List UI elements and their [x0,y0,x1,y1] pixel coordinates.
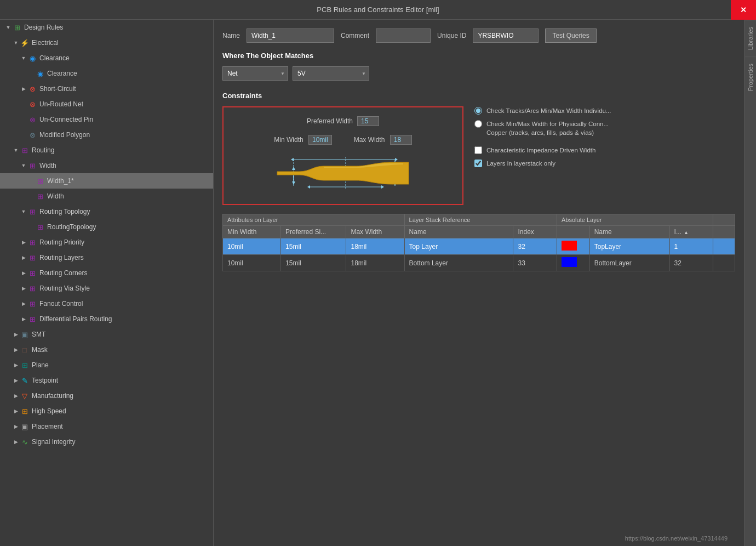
col-min-width[interactable]: Min Width [223,226,281,238]
tree-arrow-un-connected[interactable] [20,116,27,123]
tree-item-smt[interactable]: ▶▣SMT [0,327,213,342]
tree-item-routing-priority[interactable]: ▶⊞Routing Priority [0,235,213,250]
col-index[interactable]: Index [513,226,557,238]
tree-item-placement[interactable]: ▶▣Placement [0,419,213,434]
tree-item-width-1[interactable]: ⊞Width_1* [0,173,213,189]
tree-item-routing-topology[interactable]: ▼⊞Routing Topology [0,204,213,219]
tree-arrow-testpoint[interactable]: ▶ [12,377,20,384]
tree-item-signal-integrity[interactable]: ▶∿Signal Integrity [0,434,213,450]
tree-item-mask[interactable]: ▶□Mask [0,342,213,357]
col-pref-size[interactable]: Preferred Si... [281,226,346,238]
unique-id-input[interactable] [473,29,539,43]
tree-item-electrical[interactable]: ▼⚡Electrical [0,35,213,50]
name-input[interactable] [247,29,334,43]
tree-item-width-item[interactable]: ⊞Width [0,189,213,204]
checkbox-impedance[interactable] [474,146,482,154]
tree-item-testpoint[interactable]: ▶✎Testpoint [0,373,213,388]
tree-item-modified-polygon[interactable]: ⊗Modified Polygon [0,127,213,143]
tree-arrow-un-routed[interactable] [20,100,27,108]
tree-arrow-width-1[interactable] [27,177,35,185]
max-width-value[interactable]: 18 [390,135,412,145]
table-row-0[interactable]: 10mil15mil18milTop Layer32TopLayer1 [223,238,735,255]
tree-item-fanout-control[interactable]: ▶⊞Fanout Control [0,296,213,311]
tree-icon-testpoint: ✎ [20,376,30,385]
tree-arrow-diff-pairs[interactable]: ▶ [20,315,27,323]
tree-arrow-placement[interactable]: ▶ [12,423,20,430]
tree-item-routing[interactable]: ▼⊞Routing [0,143,213,158]
col-name[interactable]: Name [404,226,513,238]
tree-arrow-design-rules[interactable]: ▼ [4,24,12,31]
cell-min-width: 10mil [223,238,281,255]
tree-arrow-routing-topology-item[interactable] [27,223,35,231]
tree-item-high-speed[interactable]: ▶⊞High Speed [0,403,213,419]
tree-item-routing-via-style[interactable]: ▶⊞Routing Via Style [0,281,213,296]
close-button[interactable]: ✕ [731,0,756,20]
tree-arrow-width-group[interactable]: ▼ [20,162,27,169]
field2-dropdown[interactable]: 5V GND VCC [293,66,369,81]
tree-item-un-connected[interactable]: ⊗Un-Connected Pin [0,112,213,127]
tree-label-placement: Placement [32,423,63,430]
comment-label: Comment [341,32,369,39]
tree-item-diff-pairs[interactable]: ▶⊞Differential Pairs Routing [0,311,213,327]
title-bar-text: PCB Rules and Constraints Editor [mil] [317,5,439,14]
pref-width-value[interactable]: 15 [357,116,379,126]
cell-max-width: 18mil [346,255,404,271]
tree-arrow-routing[interactable]: ▼ [12,146,20,154]
tree-item-plane[interactable]: ▶⊞Plane [0,357,213,373]
tree-arrow-signal-integrity[interactable]: ▶ [12,438,20,446]
tree-item-routing-topology-item[interactable]: ⊞RoutingTopology [0,219,213,235]
tree-arrow-routing-layers[interactable]: ▶ [20,254,27,261]
min-width-value[interactable]: 10mil [308,135,332,145]
tree-item-routing-corners[interactable]: ▶⊞Routing Corners [0,265,213,281]
tree-item-routing-layers[interactable]: ▶⊞Routing Layers [0,250,213,265]
tree-icon-placement: ▣ [20,422,30,431]
tree-item-un-routed[interactable]: ⊗Un-Routed Net [0,96,213,112]
tree-item-width-group[interactable]: ▼⊞Width [0,158,213,173]
tree-icon-un-connected: ⊗ [27,115,37,124]
tree-icon-signal-integrity: ∿ [20,437,30,447]
tree-arrow-routing-topology[interactable]: ▼ [20,208,27,215]
radio-connected[interactable] [474,120,482,128]
width-box: Preferred Width 15 Min Width 10mil Max W… [222,106,463,205]
tree-arrow-smt[interactable]: ▶ [12,331,20,338]
tree-arrow-fanout-control[interactable]: ▶ [20,300,27,308]
tree-arrow-mask[interactable]: ▶ [12,346,20,354]
tree-arrow-width-item[interactable] [27,192,35,200]
test-queries-button[interactable]: Test Queries [545,29,596,43]
radio-individual[interactable] [474,107,482,115]
tree-item-manufacturing[interactable]: ▶▽Manufacturing [0,388,213,403]
cell-index: 33 [513,255,557,271]
tree-arrow-high-speed[interactable]: ▶ [12,407,20,415]
tree-arrow-routing-via-style[interactable]: ▶ [20,285,27,292]
field1-dropdown[interactable]: Net Net Class Layer [222,66,288,81]
tab-properties[interactable]: Properties [745,56,756,98]
tree-arrow-short-circuit[interactable]: ▶ [20,85,27,93]
cell-extra [713,255,735,271]
tree-arrow-electrical[interactable]: ▼ [12,39,20,47]
tree-label-routing-via-style: Routing Via Style [39,285,90,292]
option-row-1: Check Tracks/Arcs Min/Max Width Individu… [474,106,735,115]
col-abs-name[interactable]: Name [589,226,669,238]
tree-arrow-modified-polygon[interactable] [20,131,27,139]
tree-label-routing-corners: Routing Corners [39,269,87,277]
track-svg [250,154,436,192]
tree-arrow-plane[interactable]: ▶ [12,361,20,369]
checkbox-layerstack[interactable] [474,160,482,167]
tree-item-short-circuit[interactable]: ▶⊗Short-Circuit [0,81,213,96]
cell-abs-index: 1 [669,238,713,255]
tree-item-clearance-item[interactable]: ◉Clearance [0,66,213,81]
table-row-1[interactable]: 10mil15mil18milBottom Layer33BottomLayer… [223,255,735,271]
tab-libraries[interactable]: Libraries [745,20,756,56]
tree-icon-clearance-group: ◉ [27,53,37,63]
col-abs-index[interactable]: I...▲ [669,226,713,238]
svg-marker-7 [307,185,310,189]
col-max-width[interactable]: Max Width [346,226,404,238]
tree-item-design-rules[interactable]: ▼⊞Design Rules [0,20,213,35]
tree-arrow-manufacturing[interactable]: ▶ [12,392,20,400]
tree-arrow-routing-priority[interactable]: ▶ [20,238,27,246]
tree-arrow-routing-corners[interactable]: ▶ [20,269,27,277]
tree-item-clearance-group[interactable]: ▼◉Clearance [0,50,213,66]
tree-arrow-clearance-group[interactable]: ▼ [20,54,27,62]
tree-arrow-clearance-item[interactable] [27,70,35,77]
comment-input[interactable] [376,29,431,43]
